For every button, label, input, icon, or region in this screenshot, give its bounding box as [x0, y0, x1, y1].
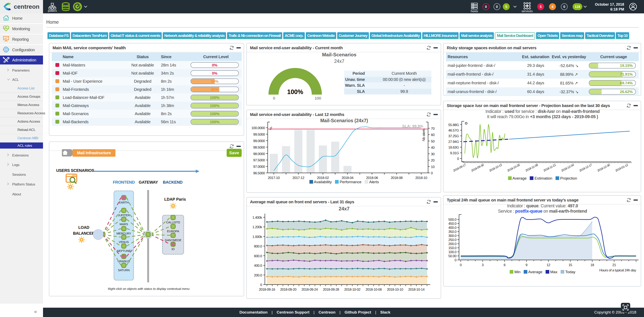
svg-text:400.0: 400.0 — [448, 226, 456, 230]
svg-text:2018-10-10: 2018-10-10 — [387, 288, 403, 292]
svg-text:2018-10-02: 2018-10-02 — [344, 288, 360, 292]
svg-text:70: 70 — [431, 127, 434, 131]
svg-text:2018-10-26: 2018-10-26 — [507, 163, 520, 172]
svg-text:400.0: 400.0 — [254, 264, 262, 268]
svg-text:250.0: 250.0 — [448, 238, 456, 242]
svg-text:200.0: 200.0 — [448, 242, 456, 246]
svg-text:500.0: 500.0 — [448, 218, 456, 222]
svg-text:100.0000: 100.0000 — [252, 126, 265, 130]
svg-text:2018-08: 2018-08 — [391, 176, 402, 180]
svg-text:20: 20 — [431, 158, 434, 162]
svg-text:2018-10-06: 2018-10-06 — [366, 288, 382, 292]
svg-text:97.0000: 97.0000 — [253, 165, 265, 169]
svg-text:2018-09-20: 2018-09-20 — [280, 288, 296, 292]
svg-text:99.5000: 99.5000 — [253, 133, 265, 136]
svg-text:2018-04: 2018-04 — [342, 176, 353, 180]
svg-text:0: 0 — [454, 258, 456, 262]
svg-text:350.0: 350.0 — [448, 230, 456, 234]
svg-text:37.25G: 37.25G — [448, 134, 459, 138]
svg-text:300.0: 300.0 — [448, 234, 456, 238]
svg-text:10: 10 — [431, 165, 434, 169]
svg-text:2019-01-12: 2019-01-12 — [615, 163, 628, 172]
svg-text:2018-09-30: 2018-09-30 — [470, 163, 484, 172]
svg-text:15: 15 — [568, 263, 572, 267]
svg-text:2018-09-28: 2018-09-28 — [323, 288, 339, 292]
svg-text:98.5000: 98.5000 — [253, 146, 265, 149]
svg-text:55.88G: 55.88G — [448, 123, 459, 127]
svg-text:2017-10: 2017-10 — [268, 176, 280, 180]
svg-text:0: 0 — [431, 171, 433, 175]
svg-text:99.0000: 99.0000 — [253, 139, 265, 143]
svg-text:100.0: 100.0 — [448, 250, 456, 254]
svg-text:0: 0 — [460, 263, 462, 267]
svg-text:600.0: 600.0 — [254, 254, 262, 258]
svg-text:21: 21 — [612, 263, 616, 267]
svg-text:2018-10-14: 2018-10-14 — [408, 288, 424, 292]
svg-text:2018-09-17: 2018-09-17 — [453, 163, 466, 172]
svg-text:9.31G: 9.31G — [450, 151, 459, 155]
svg-text:1.200k: 1.200k — [252, 225, 262, 229]
svg-text:2018-02: 2018-02 — [317, 176, 329, 180]
svg-text:0: 0 — [457, 157, 459, 161]
svg-text:50.00: 50.00 — [448, 254, 456, 258]
svg-text:2018-12-04: 2018-12-04 — [560, 163, 574, 172]
svg-text:40: 40 — [431, 146, 434, 150]
svg-text:18: 18 — [590, 263, 594, 267]
svg-text:9: 9 — [526, 263, 527, 267]
svg-text:150.0: 150.0 — [448, 246, 456, 250]
svg-text:30: 30 — [431, 152, 434, 156]
svg-text:2018-10-13: 2018-10-13 — [488, 163, 502, 172]
svg-text:2018-12-17: 2018-12-17 — [579, 163, 592, 172]
svg-text:12: 12 — [546, 263, 550, 267]
svg-text:2018-06: 2018-06 — [366, 176, 378, 180]
svg-text:3: 3 — [482, 263, 484, 267]
svg-text:60: 60 — [431, 133, 434, 137]
svg-text:18.63G: 18.63G — [448, 146, 459, 149]
svg-text:27.94G: 27.94G — [448, 140, 459, 144]
svg-text:200.0: 200.0 — [254, 274, 262, 277]
svg-text:800.0: 800.0 — [254, 245, 262, 248]
svg-text:1.000k: 1.000k — [252, 235, 262, 239]
svg-text:1.400k: 1.400k — [252, 216, 262, 220]
svg-text:centreon: centreon — [14, 3, 40, 10]
svg-text:2017-12: 2017-12 — [292, 176, 304, 180]
svg-text:2018-12-30: 2018-12-30 — [597, 163, 610, 172]
svg-text:2018-09-24: 2018-09-24 — [302, 288, 318, 292]
svg-text:Nb alerts: Nb alerts — [422, 128, 426, 141]
svg-text:96.5000: 96.5000 — [253, 171, 265, 175]
svg-text:2018-10: 2018-10 — [415, 176, 427, 180]
svg-text:2018-09-16: 2018-09-16 — [259, 288, 275, 292]
svg-text:%: % — [269, 127, 273, 130]
svg-text:2018-11-08: 2018-11-08 — [525, 163, 538, 172]
svg-text:0: 0 — [260, 283, 262, 287]
svg-text:50: 50 — [431, 139, 434, 143]
svg-text:2018-11-21: 2018-11-21 — [543, 163, 556, 172]
svg-text:6: 6 — [504, 263, 506, 267]
svg-text:98.0000: 98.0000 — [253, 152, 265, 156]
svg-text:97.5000: 97.5000 — [253, 158, 265, 162]
svg-text:450.0: 450.0 — [448, 222, 456, 226]
svg-text:46.57G: 46.57G — [448, 128, 459, 132]
